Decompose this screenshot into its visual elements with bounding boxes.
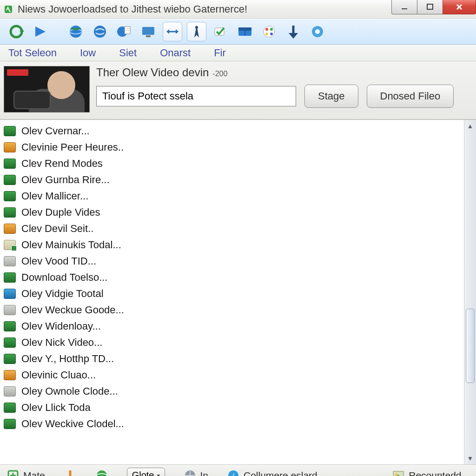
list-item-label: Olev Y., Hotthp TD... [21, 353, 114, 365]
file-icon [4, 175, 16, 185]
svg-rect-16 [146, 35, 151, 37]
globe-small-icon[interactable] [95, 469, 108, 476]
browse-button[interactable]: Dnosed Fileo [367, 85, 454, 108]
app-icon [4, 5, 13, 14]
list-item[interactable]: Olev Duple Vides [4, 204, 472, 220]
list-item[interactable]: Oley Vidgie Tootal [4, 285, 472, 302]
svg-point-27 [265, 28, 268, 31]
forward-icon[interactable] [31, 22, 50, 41]
list-item[interactable]: Olev Cvernar... [4, 123, 472, 139]
menu-item-3[interactable]: Onarst [160, 47, 191, 59]
video-title: Ther Olew Video devin -200 [96, 66, 468, 79]
info-icon: i [227, 469, 240, 476]
file-icon [4, 207, 16, 218]
globe-paper-icon[interactable] [114, 22, 134, 41]
svg-point-46 [395, 473, 398, 476]
paint-icon[interactable] [259, 22, 279, 41]
svg-point-28 [270, 28, 273, 31]
plus-icon [7, 469, 20, 476]
list-item[interactable]: Olev Mainukis Todal... [4, 237, 472, 253]
list-item[interactable]: Clev Devil Seit.. [4, 220, 472, 237]
close-button[interactable] [443, 0, 476, 14]
scroll-up-icon[interactable]: ▲ [464, 120, 476, 132]
file-icon [4, 272, 16, 283]
status-recount[interactable]: Recountedd... [392, 469, 469, 476]
list-item[interactable]: Olev Llick Toda [4, 399, 472, 416]
check-icon[interactable] [211, 22, 231, 41]
list-item[interactable]: Olev Mallicer... [4, 188, 472, 204]
stage-button[interactable]: Stage [304, 85, 358, 108]
globe-icon[interactable] [66, 22, 86, 41]
list-item-label: Olev Vood TID... [21, 255, 96, 267]
list-item[interactable]: Oley Ownole Clode... [4, 383, 472, 399]
list-item-label: Olev Weckue Goode... [21, 304, 124, 316]
scrollbar[interactable]: ▲ ▼ [464, 120, 476, 464]
video-thumbnail[interactable] [4, 66, 90, 112]
maximize-button[interactable] [417, 0, 443, 14]
menu-item-4[interactable]: Fir [214, 47, 226, 59]
scroll-down-icon[interactable]: ▼ [464, 452, 476, 464]
minimize-button[interactable] [391, 0, 417, 14]
svg-text:i: i [232, 472, 234, 476]
file-list[interactable]: Olev Cvernar...Clevinie Peer Heures..Cle… [0, 120, 476, 464]
list-item[interactable]: Olev Nick Video... [4, 334, 472, 350]
title-bar: Niews Jowoerloadsed to Jithest wiebo Gat… [0, 0, 476, 19]
scroll-thumb[interactable] [466, 309, 475, 383]
status-bar: Mate Glote ▾ In i Collumere eslard... Re… [0, 464, 476, 476]
file-icon [4, 224, 16, 234]
list-item[interactable]: Olevinic Cluao... [4, 367, 472, 383]
download-arrow-icon[interactable] [64, 469, 77, 476]
list-item-label: Olev Widenloay... [21, 320, 101, 332]
svg-point-8 [70, 26, 82, 38]
list-item-label: Download Toelso... [21, 271, 108, 284]
resize-h-icon[interactable] [163, 22, 182, 41]
path-input[interactable] [96, 86, 296, 106]
picture-icon [392, 469, 405, 476]
list-item[interactable]: Olev Weckue Goode... [4, 302, 472, 318]
split-icon[interactable] [235, 22, 255, 41]
list-item[interactable]: Clev Rend Modes [4, 155, 472, 172]
svg-marker-32 [289, 33, 298, 39]
svg-point-26 [264, 26, 275, 37]
menu-item-2[interactable]: Siet [119, 47, 137, 59]
menu-item-1[interactable]: Iow [80, 47, 96, 59]
compass-icon[interactable] [187, 22, 206, 41]
download-icon[interactable] [284, 22, 303, 41]
file-icon [4, 191, 16, 201]
menu-item-0[interactable]: Tot Seleon [8, 47, 57, 59]
window-controls [391, 0, 476, 18]
status-in-label: In [200, 470, 209, 476]
list-item[interactable]: Olev Widenloay... [4, 318, 472, 334]
file-icon [4, 386, 16, 397]
glote-label: Glote [132, 470, 154, 476]
list-item-label: Olev Cvernar... [21, 125, 90, 137]
list-item-label: Olev Nick Video... [21, 337, 102, 349]
list-item-label: Olevinic Cluao... [21, 369, 96, 381]
svg-marker-18 [166, 29, 169, 34]
file-icon [4, 289, 16, 299]
list-item-label: Clev Rend Modes [21, 158, 103, 170]
list-item[interactable]: Olev Y., Hotthp TD... [4, 350, 472, 367]
file-icon [4, 159, 16, 169]
status-mate[interactable]: Mate [7, 469, 45, 476]
list-item[interactable]: Olev Weckive Clodel... [4, 416, 472, 432]
status-collumere[interactable]: i Collumere eslard... [227, 469, 325, 476]
list-item[interactable]: Olev Vood TID... [4, 253, 472, 269]
svg-rect-15 [142, 27, 154, 35]
monitor-icon[interactable] [139, 22, 158, 41]
list-item-label: Olev Mallicer... [21, 190, 88, 202]
list-item-label: Olev Weckive Clodel... [21, 418, 124, 430]
refresh-icon[interactable] [7, 22, 26, 41]
svg-point-29 [270, 33, 273, 35]
globe2-icon[interactable] [90, 22, 110, 41]
svg-rect-24 [238, 27, 251, 31]
list-item[interactable]: Olev Gurnba Rire... [4, 172, 472, 188]
scroll-track[interactable] [464, 132, 476, 452]
window-title: Niews Jowoerloadsed to Jithest wiebo Gat… [18, 3, 391, 15]
help-icon[interactable] [308, 22, 327, 41]
list-item[interactable]: Clevinie Peer Heures.. [4, 139, 472, 155]
list-item[interactable]: Download Toelso... [4, 269, 472, 285]
glote-button[interactable]: Glote ▾ [127, 468, 165, 476]
chevron-down-icon: ▾ [157, 472, 160, 476]
status-in[interactable]: In [184, 469, 209, 476]
